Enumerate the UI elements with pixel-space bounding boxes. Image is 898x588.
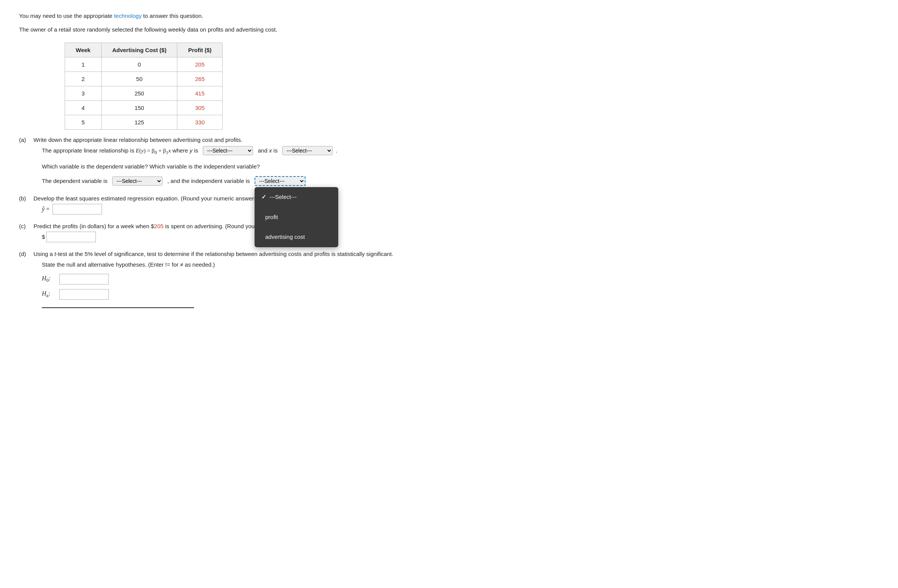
dollar-row: $	[42, 232, 879, 242]
dollar-sign: $	[42, 234, 45, 240]
dropdown-popup: ---Select--- profit advertising cost	[255, 187, 338, 247]
table-row: 5125330	[65, 115, 223, 130]
y-select-wrapper: ---Select--- profit advertising cost	[203, 145, 253, 156]
ha-label: Ha:	[42, 290, 56, 299]
data-table: Week Advertising Cost ($) Profit ($) 102…	[65, 43, 223, 130]
cell-week: 2	[65, 72, 102, 86]
cell-ad-cost: 50	[101, 72, 177, 86]
y-hat-row: ŷ =	[42, 204, 879, 215]
dep-select-wrapper: ---Select--- profit advertising cost	[112, 176, 162, 187]
popup-item-select[interactable]: ---Select---	[255, 187, 338, 207]
cell-week: 4	[65, 101, 102, 115]
intro-line1: You may need to use the appropriate tech…	[19, 11, 879, 21]
table-row: 4150305	[65, 101, 223, 115]
part-d-letter: (d)	[19, 251, 30, 257]
ind-select-wrapper[interactable]: ---Select--- profit advertising cost ---…	[255, 176, 306, 187]
popup-item-ad-cost[interactable]: advertising cost	[255, 227, 338, 247]
part-a-letter: (a)	[19, 137, 30, 143]
table-row: 3250415	[65, 86, 223, 101]
cell-profit: 205	[177, 57, 223, 72]
h0-input[interactable]	[59, 274, 109, 284]
h0-label: H0:	[42, 275, 56, 283]
cell-week: 3	[65, 86, 102, 101]
cell-ad-cost: 250	[101, 86, 177, 101]
cell-ad-cost: 125	[101, 115, 177, 130]
cell-profit: 415	[177, 86, 223, 101]
and-independent-label: , and the independent variable is	[167, 178, 250, 184]
part-d-instruction: Using a t-test at the 5% level of signif…	[33, 251, 393, 257]
part-a-dep-ind-line: The dependent variable is ---Select--- p…	[42, 176, 879, 187]
part-d: (d) Using a t-test at the 5% level of si…	[19, 251, 879, 308]
table-row: 10205	[65, 57, 223, 72]
technology-link[interactable]: technology	[114, 13, 142, 19]
dep-select[interactable]: ---Select--- profit advertising cost	[112, 176, 162, 186]
y-hat-label: ŷ =	[42, 206, 49, 213]
part-a-instruction: Write down the appropriate linear relati…	[33, 137, 242, 143]
x-select[interactable]: ---Select--- profit advertising cost	[282, 146, 333, 155]
cell-ad-cost: 0	[101, 57, 177, 72]
col-header-profit: Profit ($)	[177, 43, 223, 57]
cell-week: 1	[65, 57, 102, 72]
ind-select[interactable]: ---Select--- profit advertising cost	[255, 176, 306, 186]
part-b: (b) Develop the least squares estimated …	[19, 195, 879, 215]
y-select[interactable]: ---Select--- profit advertising cost	[203, 146, 253, 155]
part-a-formula-line: The appropriate linear relationship is E…	[42, 145, 879, 157]
ha-input[interactable]	[59, 289, 109, 300]
part-b-letter: (b)	[19, 195, 30, 202]
formula-pre: The appropriate linear relationship is E…	[42, 147, 198, 154]
part-c: (c) Predict the profits (in dollars) for…	[19, 223, 879, 242]
cell-profit: 330	[177, 115, 223, 130]
h0-row: H0:	[42, 274, 879, 284]
col-header-ad-cost: Advertising Cost ($)	[101, 43, 177, 57]
ha-row: Ha:	[42, 289, 879, 300]
state-hypotheses-text: State the null and alternative hypothese…	[42, 259, 879, 270]
cell-ad-cost: 150	[101, 101, 177, 115]
and-x-is-label: and x is	[258, 147, 278, 154]
bottom-divider	[42, 307, 194, 308]
which-variable-text: Which variable is the dependent variable…	[42, 163, 260, 170]
part-a: (a) Write down the appropriate linear re…	[19, 137, 879, 187]
intro-line2: The owner of a retail store randomly sel…	[19, 25, 879, 34]
x-select-wrapper: ---Select--- profit advertising cost	[282, 145, 333, 156]
profit-prediction-input[interactable]	[46, 232, 96, 242]
col-header-week: Week	[65, 43, 102, 57]
popup-item-profit[interactable]: profit	[255, 207, 338, 227]
cell-profit: 265	[177, 72, 223, 86]
dep-pre-label: The dependent variable is	[42, 178, 108, 184]
table-row: 250265	[65, 72, 223, 86]
part-a-which-variable: Which variable is the dependent variable…	[42, 161, 879, 172]
part-c-letter: (c)	[19, 223, 30, 229]
y-hat-input[interactable]	[53, 204, 102, 215]
cell-profit: 305	[177, 101, 223, 115]
cell-week: 5	[65, 115, 102, 130]
